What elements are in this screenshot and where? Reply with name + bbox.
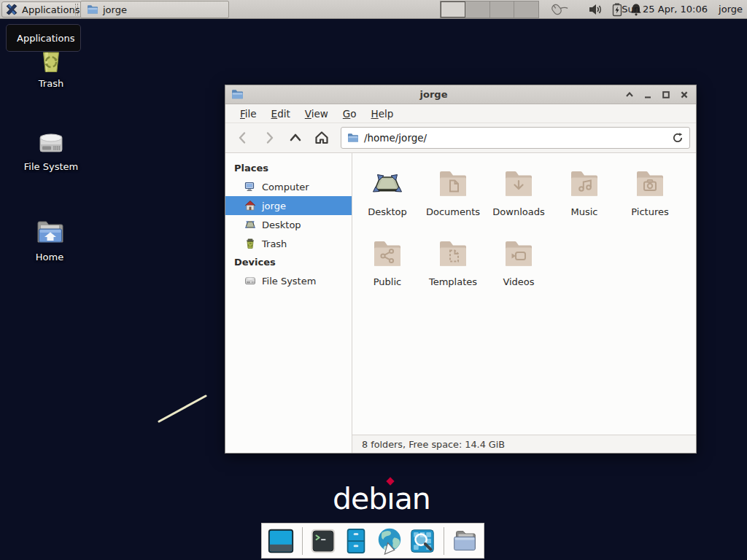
- home-button[interactable]: [310, 127, 333, 149]
- panel-grip: [75, 4, 78, 15]
- web-browser-globe-icon: [375, 526, 404, 556]
- trash-small-icon: [244, 238, 256, 249]
- statusbar-text: 8 folders, Free space: 14.4 GiB: [362, 439, 505, 450]
- sidebar-item-desktop[interactable]: Desktop: [225, 215, 352, 234]
- workspace-1[interactable]: [441, 1, 465, 18]
- hard-drive-icon: [34, 124, 69, 159]
- back-icon: [236, 131, 250, 145]
- folder-music[interactable]: Music: [551, 166, 617, 236]
- taskbar-button-jorge[interactable]: jorge: [80, 1, 229, 18]
- location-path[interactable]: /home/jorge/: [364, 132, 667, 144]
- shade-button[interactable]: [624, 89, 635, 101]
- trash-label: Trash: [7, 78, 95, 89]
- terminal-icon: [309, 526, 338, 556]
- applications-menu-label: Applications: [22, 4, 80, 15]
- filesystem-label: File System: [7, 161, 95, 172]
- directory-folder-icon: [450, 526, 479, 556]
- workspace-2[interactable]: [465, 1, 490, 18]
- file-manager-launcher[interactable]: [341, 526, 371, 556]
- sidebar-item-jorge[interactable]: jorge: [225, 196, 352, 215]
- folder-label: Templates: [429, 276, 477, 287]
- taskbar-button-label: jorge: [103, 4, 127, 15]
- menu-help[interactable]: Help: [364, 106, 401, 122]
- close-button[interactable]: [678, 89, 690, 101]
- reload-icon[interactable]: [672, 132, 684, 144]
- home-label: Home: [6, 252, 93, 262]
- music-folder-icon: [567, 166, 602, 201]
- templates-folder-icon: [436, 236, 471, 271]
- dock-separator: [302, 527, 303, 555]
- folder-videos[interactable]: Videos: [486, 236, 551, 306]
- up-icon: [288, 131, 303, 145]
- debian-logo-text: debıan: [333, 481, 430, 516]
- sidebar-item-computer[interactable]: Computer: [225, 177, 352, 196]
- folder-label: Pictures: [631, 206, 668, 217]
- terminal-launcher[interactable]: [309, 526, 338, 556]
- workspace-4[interactable]: [514, 1, 538, 18]
- menubar: File Edit View Go Help: [225, 104, 696, 123]
- sidebar-item-filesystem-label: File System: [262, 276, 316, 287]
- applications-menu-button[interactable]: Applications: [1, 1, 86, 18]
- videos-folder-icon: [501, 236, 536, 271]
- wallpaper-line-artifact: [153, 390, 214, 428]
- desktop-icon-home[interactable]: Home: [6, 214, 93, 262]
- directory-menu-button[interactable]: [450, 526, 480, 556]
- debian-diamond-dot: [387, 477, 395, 485]
- forward-icon: [262, 131, 276, 145]
- file-grid: Desktop Documents: [352, 153, 696, 435]
- forward-button[interactable]: [258, 127, 281, 149]
- panel-username[interactable]: jorge: [719, 4, 743, 15]
- workspace-3[interactable]: [490, 1, 515, 18]
- tooltip-text: Applications: [17, 33, 74, 44]
- show-desktop-icon: [266, 526, 295, 556]
- folder-pictures[interactable]: Pictures: [617, 166, 683, 236]
- folder-label: Desktop: [368, 206, 407, 217]
- folder-label: Public: [374, 276, 401, 287]
- location-bar[interactable]: /home/jorge/: [341, 127, 690, 149]
- web-browser-launcher[interactable]: [375, 526, 405, 556]
- desktop-special-icon: [370, 166, 405, 201]
- maximize-button[interactable]: [660, 89, 672, 101]
- desktop-icon-filesystem[interactable]: File System: [7, 124, 95, 172]
- folder-desktop[interactable]: Desktop: [355, 166, 420, 236]
- folder-downloads[interactable]: Downloads: [486, 166, 551, 236]
- folder-icon: [87, 4, 98, 15]
- panel-clock[interactable]: Sun 25 Apr, 10:06: [622, 4, 708, 15]
- file-cabinet-icon: [341, 526, 371, 556]
- menu-edit[interactable]: Edit: [264, 106, 298, 122]
- folder-label: Videos: [503, 276, 534, 287]
- folder-templates[interactable]: Templates: [420, 236, 486, 306]
- file-manager-window: jorge File Edit View Go Help: [225, 85, 697, 454]
- workspace-switcher: [440, 1, 539, 18]
- folder-public[interactable]: Public: [355, 236, 420, 306]
- menu-view[interactable]: View: [298, 106, 336, 122]
- top-panel: Applications jorge: [0, 0, 747, 19]
- bottom-dock: [261, 523, 484, 559]
- menu-go[interactable]: Go: [336, 106, 364, 122]
- window-titlebar[interactable]: jorge: [225, 85, 696, 104]
- xfce-applications-icon: [5, 3, 18, 16]
- sidebar: Places Computer jo: [225, 153, 352, 453]
- sidebar-item-trash[interactable]: Trash: [225, 234, 352, 253]
- sidebar-item-computer-label: Computer: [262, 182, 309, 192]
- volume-tray-icon[interactable]: [588, 2, 603, 17]
- sidebar-places-header: Places: [225, 159, 352, 177]
- sidebar-item-jorge-label: jorge: [262, 201, 286, 211]
- dock-separator: [444, 527, 444, 555]
- pictures-folder-icon: [632, 166, 667, 201]
- up-button[interactable]: [284, 127, 307, 149]
- show-desktop-button[interactable]: [266, 526, 296, 556]
- back-button[interactable]: [231, 127, 255, 149]
- folder-documents[interactable]: Documents: [420, 166, 486, 236]
- minimize-button[interactable]: [642, 89, 654, 101]
- mouse-tray-icon[interactable]: [547, 2, 569, 17]
- menu-file[interactable]: File: [233, 106, 264, 122]
- folder-label: Documents: [426, 206, 480, 217]
- drive-small-icon: [244, 275, 256, 287]
- folder-label: Music: [571, 206, 598, 217]
- desktop-icon: [244, 219, 256, 230]
- sidebar-devices-header: Devices: [225, 253, 352, 271]
- app-finder-launcher[interactable]: [408, 526, 438, 556]
- sidebar-item-filesystem[interactable]: File System: [225, 271, 352, 290]
- debian-logo: debıan: [333, 481, 430, 516]
